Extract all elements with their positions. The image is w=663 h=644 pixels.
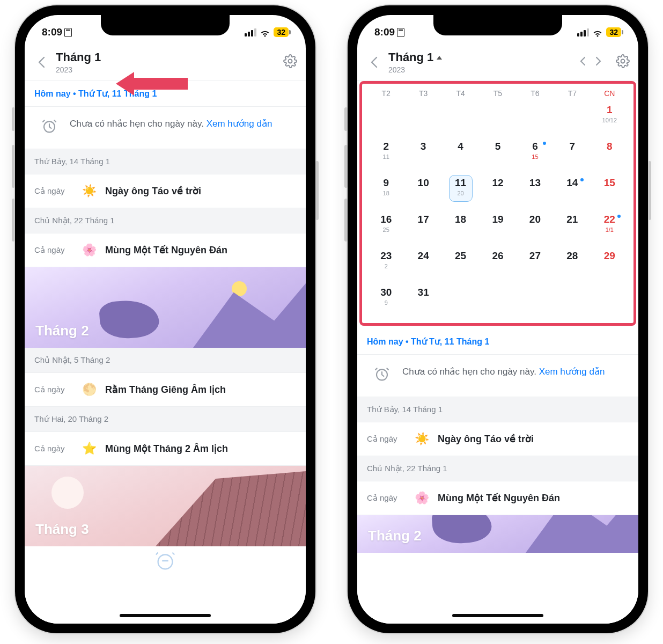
- calendar-day[interactable]: 7: [554, 141, 591, 169]
- calendar-day[interactable]: 221/1: [591, 214, 628, 241]
- calendar-day[interactable]: 4: [442, 141, 479, 169]
- annotation-arrow: [116, 72, 188, 96]
- all-day-label: Cả ngày: [34, 444, 73, 453]
- event-dot-icon: [617, 215, 621, 218]
- alarm-icon: [41, 118, 58, 137]
- calendar-day[interactable]: 17: [404, 214, 441, 241]
- today-bar[interactable]: Hôm nay • Thứ Tư, 11 Tháng 1: [357, 329, 638, 355]
- event-title: Rằm Tháng Giêng Âm lịch: [105, 384, 226, 396]
- day-header: Thứ Hai, 20 Tháng 2: [25, 407, 306, 432]
- calendar-day[interactable]: 309: [367, 287, 404, 314]
- calendar-grid-highlight: T2T3T4T5T6T7CN 110/122113456157891810112…: [359, 81, 636, 326]
- event-dot-icon: [543, 142, 546, 145]
- reminder-row[interactable]: Chưa có nhắc hẹn cho ngày này. Xem hướng…: [25, 107, 306, 149]
- all-day-label: Cả ngày: [367, 434, 406, 444]
- event-icon: ⭐: [82, 442, 97, 456]
- event-row[interactable]: Cả ngày🌸Mùng Một Tết Nguyên Đán: [25, 233, 306, 267]
- calendar-day[interactable]: 21: [554, 214, 591, 241]
- calendar-day[interactable]: 1625: [367, 214, 404, 241]
- calendar-day[interactable]: 14: [554, 177, 591, 205]
- day-header: Chủ Nhật, 5 Tháng 2: [25, 348, 306, 373]
- event-title: Mùng Một Tết Nguyên Đán: [105, 244, 227, 256]
- dropdown-caret-icon: [437, 56, 442, 60]
- all-day-label: Cả ngày: [367, 493, 406, 503]
- calendar-day[interactable]: 10: [404, 177, 441, 205]
- event-title: Mùng Một Tháng 2 Âm lịch: [105, 443, 228, 455]
- event-dot-icon: [580, 178, 584, 181]
- calendar-day[interactable]: 5: [479, 141, 516, 169]
- sim-icon: [64, 28, 72, 37]
- calendar-day[interactable]: 19: [479, 214, 516, 241]
- calendar-grid[interactable]: 110/122113456157891810112012131415162517…: [362, 101, 633, 323]
- all-day-label: Cả ngày: [34, 186, 73, 196]
- signal-icon: [245, 28, 256, 36]
- svg-point-3: [621, 60, 625, 63]
- settings-button[interactable]: [283, 54, 297, 70]
- signal-icon: [577, 28, 589, 36]
- event-row[interactable]: Cả ngày☀️Ngày ông Táo về trời: [357, 422, 638, 456]
- prev-month-button[interactable]: [579, 56, 586, 69]
- month-banner-mar[interactable]: Tháng 3: [25, 466, 306, 546]
- back-button[interactable]: [33, 56, 49, 68]
- reminder-link[interactable]: Xem hướng dẫn: [539, 367, 605, 377]
- calendar-day[interactable]: 29: [591, 250, 628, 278]
- reminder-row[interactable]: Chưa có nhắc hẹn cho ngày này. Xem hướng…: [357, 355, 638, 397]
- calendar-day[interactable]: 24: [404, 250, 441, 278]
- event-row[interactable]: Cả ngày☀️Ngày ông Táo về trời: [25, 174, 306, 208]
- day-header: Chủ Nhật, 22 Tháng 1: [25, 208, 306, 233]
- calendar-day[interactable]: 20: [517, 214, 554, 241]
- calendar-day[interactable]: 918: [367, 177, 404, 205]
- month-label-feb: Tháng 2: [35, 323, 89, 339]
- app-header: Tháng 1 2023: [357, 45, 638, 81]
- header-title-block[interactable]: Tháng 1 2023: [388, 50, 573, 74]
- event-icon: 🌸: [82, 243, 97, 257]
- event-row[interactable]: Cả ngày🌕Rằm Tháng Giêng Âm lịch: [25, 373, 306, 407]
- battery-badge: 32: [274, 27, 289, 37]
- settings-button[interactable]: [616, 54, 630, 70]
- calendar-day[interactable]: 27: [517, 250, 554, 278]
- all-day-label: Cả ngày: [34, 245, 73, 255]
- calendar-day[interactable]: 13: [517, 177, 554, 205]
- reminder-link[interactable]: Xem hướng dẫn: [207, 119, 272, 129]
- wifi-icon: [592, 28, 603, 36]
- calendar-day[interactable]: 3: [404, 141, 441, 169]
- event-row[interactable]: Cả ngày⭐Mùng Một Tháng 2 Âm lịch: [25, 432, 306, 466]
- calendar-day[interactable]: 15: [591, 177, 628, 205]
- home-indicator[interactable]: [120, 614, 211, 617]
- status-time: 8:09: [42, 26, 62, 38]
- calendar-day[interactable]: 110/12: [591, 104, 628, 132]
- calendar-day[interactable]: 232: [367, 250, 404, 278]
- status-time: 8:09: [374, 26, 395, 38]
- calendar-day[interactable]: 18: [442, 214, 479, 241]
- header-month: Tháng 1: [56, 50, 101, 64]
- month-label-mar: Tháng 3: [35, 521, 89, 538]
- month-banner-feb[interactable]: Tháng 2: [25, 267, 306, 348]
- day-header: Thứ Bảy, 14 Tháng 1: [357, 397, 638, 422]
- calendar-day[interactable]: 8: [591, 141, 628, 169]
- next-month-button[interactable]: [595, 56, 602, 69]
- svg-point-0: [289, 60, 292, 63]
- event-icon: 🌕: [82, 383, 97, 397]
- svg-point-2: [158, 555, 173, 569]
- calendar-day[interactable]: 211: [367, 141, 404, 169]
- calendar-day[interactable]: 31: [404, 287, 441, 314]
- day-header: Thứ Bảy, 14 Tháng 1: [25, 149, 306, 174]
- calendar-day[interactable]: 1120: [442, 177, 479, 205]
- all-day-label: Cả ngày: [34, 385, 73, 394]
- month-banner-feb[interactable]: Tháng 2: [357, 515, 638, 553]
- phone-right: 8:09 32 Tháng 1 2023: [348, 5, 648, 633]
- reminder-text: Chưa có nhắc hẹn cho ngày này. Xem hướng…: [70, 118, 272, 131]
- calendar-day[interactable]: 26: [479, 250, 516, 278]
- event-title: Mùng Một Tết Nguyên Đán: [438, 492, 560, 504]
- home-indicator[interactable]: [452, 614, 543, 617]
- calendar-day[interactable]: 28: [554, 250, 591, 278]
- calendar-day[interactable]: 615: [517, 141, 554, 169]
- calendar-day[interactable]: 25: [442, 250, 479, 278]
- header-title-block[interactable]: Tháng 1 2023: [56, 50, 277, 74]
- event-title: Ngày ông Táo về trời: [105, 185, 201, 197]
- phone-left: 8:09 32 Tháng 1 2023: [15, 5, 315, 633]
- calendar-day[interactable]: 12: [479, 177, 516, 205]
- header-month: Tháng 1: [388, 50, 433, 64]
- back-button[interactable]: [366, 56, 382, 68]
- event-row[interactable]: Cả ngày🌸Mùng Một Tết Nguyên Đán: [357, 481, 638, 515]
